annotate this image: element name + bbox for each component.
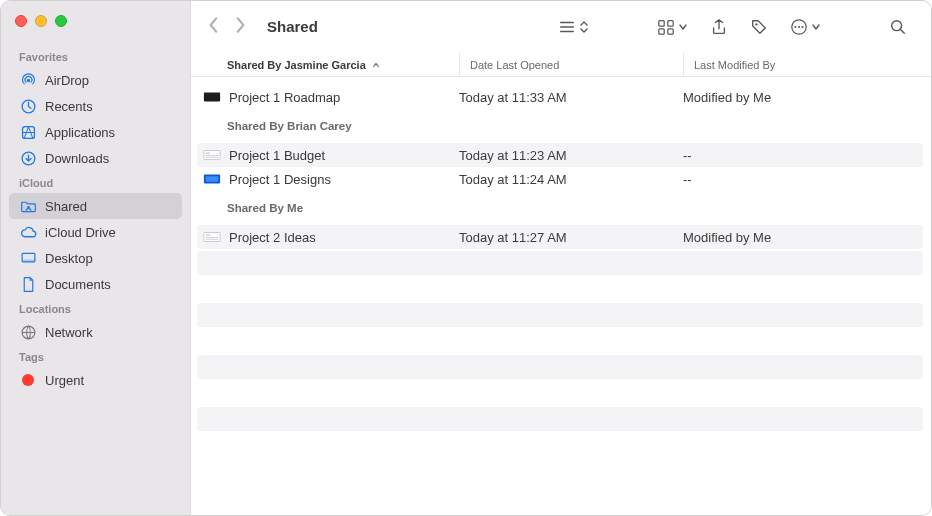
column-date-opened[interactable]: Date Last Opened — [459, 53, 683, 76]
sidebar-item-documents[interactable]: Documents — [1, 271, 190, 297]
column-shared-by[interactable]: Shared By Jasmine Garcia — [227, 59, 459, 71]
finder-window: FavoritesAirDropRecentsApplicationsDownl… — [0, 0, 932, 516]
file-icon — [203, 148, 221, 162]
sidebar-item-network[interactable]: Network — [1, 319, 190, 345]
file-icon — [203, 230, 221, 244]
file-name: Project 1 Budget — [229, 148, 325, 163]
file-row[interactable]: Project 1 RoadmapToday at 11:33 AMModifi… — [191, 85, 931, 109]
sidebar-section-header: Tags — [1, 345, 190, 367]
empty-row — [197, 277, 923, 301]
file-date: Today at 11:33 AM — [459, 90, 683, 105]
svg-point-17 — [892, 20, 902, 30]
clock-icon — [19, 97, 37, 115]
file-list: Project 1 RoadmapToday at 11:33 AMModifi… — [191, 77, 931, 515]
apps-icon — [19, 123, 37, 141]
sidebar-item-label: AirDrop — [45, 73, 89, 88]
svg-rect-11 — [668, 28, 673, 33]
doc-icon — [19, 275, 37, 293]
file-name: Project 1 Roadmap — [229, 90, 340, 105]
sidebar-item-label: Shared — [45, 199, 87, 214]
file-modified-by: Modified by Me — [683, 230, 923, 245]
back-button[interactable] — [207, 16, 221, 37]
empty-row — [197, 355, 923, 379]
sidebar-item-downloads[interactable]: Downloads — [1, 145, 190, 171]
minimize-button[interactable] — [35, 15, 47, 27]
svg-rect-21 — [206, 155, 219, 156]
svg-point-14 — [794, 25, 796, 27]
svg-rect-8 — [659, 20, 664, 25]
column-last-modified-by[interactable]: Last Modified By — [683, 53, 931, 76]
file-row[interactable]: Project 1 BudgetToday at 11:23 AM-- — [197, 143, 923, 167]
sidebar-item-airdrop[interactable]: AirDrop — [1, 67, 190, 93]
empty-row — [197, 303, 923, 327]
group-header: Shared By Brian Carey — [191, 109, 931, 143]
tags-button[interactable] — [742, 13, 776, 41]
empty-row — [197, 407, 923, 431]
sidebar-item-shared[interactable]: Shared — [9, 193, 182, 219]
svg-point-16 — [802, 25, 804, 27]
sidebar-item-urgent[interactable]: Urgent — [1, 367, 190, 393]
sort-ascending-icon — [372, 59, 380, 71]
svg-rect-28 — [206, 239, 219, 240]
sidebar-item-label: Network — [45, 325, 93, 340]
sidebar-item-label: Recents — [45, 99, 93, 114]
sidebar-item-desktop[interactable]: Desktop — [1, 245, 190, 271]
view-mode-button[interactable] — [550, 13, 597, 41]
empty-row — [197, 251, 923, 275]
svg-rect-9 — [668, 20, 673, 25]
window-controls — [1, 11, 190, 45]
svg-rect-27 — [206, 237, 219, 238]
sidebar-section-header: iCloud — [1, 171, 190, 193]
file-row[interactable]: Project 1 DesignsToday at 11:24 AM-- — [191, 167, 931, 191]
zoom-button[interactable] — [55, 15, 67, 27]
empty-row — [197, 381, 923, 405]
svg-rect-18 — [204, 93, 220, 102]
more-button[interactable] — [782, 13, 829, 41]
share-button[interactable] — [702, 13, 736, 41]
empty-row — [197, 433, 923, 457]
file-modified-by: -- — [683, 148, 923, 163]
toolbar: Shared — [191, 1, 931, 53]
sidebar: FavoritesAirDropRecentsApplicationsDownl… — [1, 1, 191, 515]
sidebar-item-label: Downloads — [45, 151, 109, 166]
sidebar-section-header: Favorites — [1, 45, 190, 67]
file-modified-by: Modified by Me — [683, 90, 931, 105]
download-icon — [19, 149, 37, 167]
airdrop-icon — [19, 71, 37, 89]
dot-red-icon — [19, 371, 37, 389]
svg-rect-20 — [206, 152, 211, 154]
file-modified-by: -- — [683, 172, 931, 187]
window-title: Shared — [267, 18, 318, 35]
globe-icon — [19, 323, 37, 341]
svg-rect-6 — [22, 259, 35, 262]
file-name: Project 1 Designs — [229, 172, 331, 187]
search-button[interactable] — [881, 13, 915, 41]
sidebar-item-icloud-drive[interactable]: iCloud Drive — [1, 219, 190, 245]
cloud-icon — [19, 223, 37, 241]
svg-rect-22 — [206, 157, 219, 158]
close-button[interactable] — [15, 15, 27, 27]
main-panel: Shared — [191, 1, 931, 515]
file-date: Today at 11:24 AM — [459, 172, 683, 187]
svg-point-0 — [26, 78, 29, 81]
forward-button[interactable] — [233, 16, 247, 37]
column-label: Shared By Jasmine Garcia — [227, 59, 366, 71]
svg-point-15 — [798, 25, 800, 27]
svg-rect-10 — [659, 28, 664, 33]
sidebar-item-recents[interactable]: Recents — [1, 93, 190, 119]
file-icon — [203, 172, 221, 186]
file-date: Today at 11:27 AM — [459, 230, 683, 245]
svg-rect-26 — [206, 234, 211, 236]
sidebar-item-applications[interactable]: Applications — [1, 119, 190, 145]
file-date: Today at 11:23 AM — [459, 148, 683, 163]
column-headers: Shared By Jasmine Garcia Date Last Opene… — [191, 53, 931, 77]
group-by-button[interactable] — [649, 13, 696, 41]
empty-row — [197, 329, 923, 353]
file-name: Project 2 Ideas — [229, 230, 316, 245]
sidebar-item-label: iCloud Drive — [45, 225, 116, 240]
sidebar-item-label: Documents — [45, 277, 111, 292]
file-row[interactable]: Project 2 IdeasToday at 11:27 AMModified… — [197, 225, 923, 249]
group-header: Shared By Me — [191, 191, 931, 225]
sidebar-item-label: Applications — [45, 125, 115, 140]
sidebar-section-header: Locations — [1, 297, 190, 319]
